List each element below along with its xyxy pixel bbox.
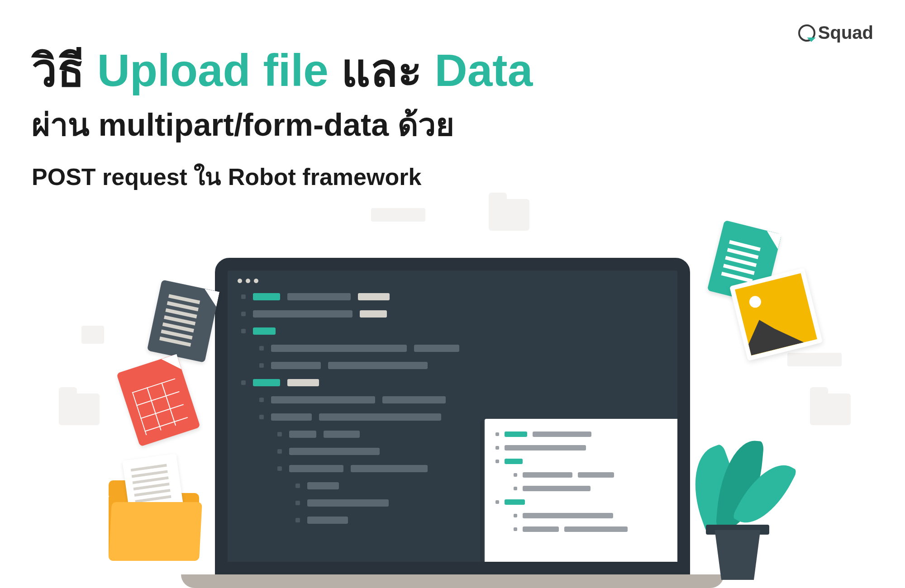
headline: วิธี Upload file และ Data ผ่าน multipart… — [32, 45, 533, 195]
laptop-screen — [215, 258, 690, 574]
bg-folder-icon — [489, 199, 529, 231]
folder-yellow-icon — [109, 493, 199, 561]
laptop-illustration — [215, 258, 690, 588]
window-controls-icon — [238, 279, 258, 283]
laptop-base — [181, 574, 724, 588]
pot-icon — [710, 530, 765, 580]
title-line-2: ผ่าน multipart/form-data ด้วย — [32, 100, 533, 150]
logo-text: Squad — [818, 23, 873, 43]
bg-folder-icon — [810, 394, 851, 425]
title-part-2: และ — [329, 45, 435, 95]
bg-folder-icon — [59, 394, 100, 425]
title-part-1: วิธี — [32, 45, 97, 95]
title-line-3: POST request ใน Robot framework — [32, 158, 533, 195]
folder-stack-icon — [109, 493, 199, 561]
spreadsheet-red-icon — [116, 354, 200, 447]
brand-logo: Squad — [798, 23, 873, 43]
bg-rect — [371, 208, 425, 222]
logo-icon — [798, 24, 815, 42]
document-gray-icon — [147, 280, 219, 363]
bg-rect — [81, 326, 104, 344]
bg-rect — [787, 353, 842, 366]
title-highlight-2: Data — [435, 45, 533, 95]
title-line-1: วิธี Upload file และ Data — [32, 45, 533, 95]
plant-decoration — [688, 426, 787, 580]
title-highlight-1: Upload file — [97, 45, 329, 95]
code-popup — [483, 417, 690, 566]
